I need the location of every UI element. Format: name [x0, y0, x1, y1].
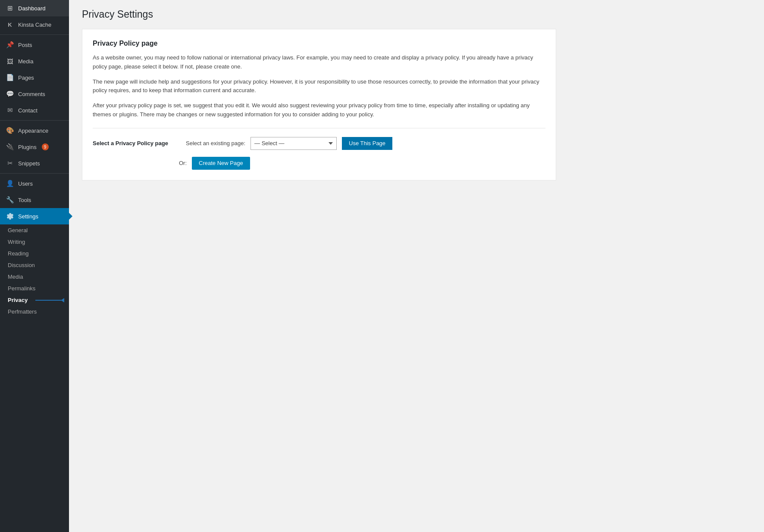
or-text: Or: [179, 160, 187, 166]
sidebar-item-label: Settings [18, 213, 38, 220]
sidebar-item-label: Tools [18, 197, 31, 203]
appearance-icon: 🎨 [6, 127, 14, 134]
settings-icon [6, 212, 14, 220]
description-3: After your privacy policy page is set, w… [93, 101, 545, 119]
sidebar-item-pages[interactable]: 📄 Pages [0, 69, 69, 86]
snippets-icon: ✂ [6, 159, 14, 167]
arrow-head [61, 298, 64, 302]
sidebar-item-media[interactable]: 🖼 Media [0, 53, 69, 69]
sidebar-item-snippets[interactable]: ✂ Snippets [0, 155, 69, 171]
use-page-button[interactable]: Use This Page [342, 137, 392, 150]
sidebar-item-users[interactable]: 👤 Users [0, 175, 69, 192]
submenu-reading[interactable]: Reading [0, 248, 69, 259]
submenu-general[interactable]: General [0, 224, 69, 236]
existing-page-label: Select an existing page: [186, 140, 245, 146]
submenu-privacy[interactable]: Privacy [0, 294, 34, 306]
or-row: Or: Create New Page [93, 157, 545, 170]
create-new-page-button[interactable]: Create New Page [192, 157, 250, 170]
sidebar-item-kinsta-cache[interactable]: K Kinsta Cache [0, 16, 69, 33]
contact-icon: ✉ [6, 106, 14, 114]
existing-page-row: Select a Privacy Policy page Select an e… [93, 137, 545, 150]
page-title: Privacy Settings [82, 9, 751, 20]
privacy-arrow-container [35, 298, 64, 302]
sidebar-item-plugins[interactable]: 🔌 Plugins 9 [0, 139, 69, 155]
content-card: Privacy Policy page As a website owner, … [82, 29, 556, 180]
divider [93, 128, 545, 128]
sidebar-item-label: Appearance [18, 128, 48, 134]
sidebar-item-label: Contact [18, 107, 38, 114]
media-icon: 🖼 [6, 57, 14, 65]
plugins-icon: 🔌 [6, 143, 14, 151]
submenu-discussion[interactable]: Discussion [0, 259, 69, 271]
page-select[interactable]: — Select — [250, 137, 337, 150]
comments-icon: 💬 [6, 90, 14, 98]
description-1: As a website owner, you may need to foll… [93, 53, 545, 72]
sidebar-item-settings[interactable]: Settings [0, 208, 69, 224]
submenu-writing[interactable]: Writing [0, 236, 69, 248]
sidebar-item-contact[interactable]: ✉ Contact [0, 102, 69, 118]
tools-icon: 🔧 [6, 196, 14, 204]
sidebar-item-label: Posts [18, 42, 32, 48]
kinsta-icon: K [6, 21, 14, 28]
divider [0, 34, 69, 35]
sidebar-item-label: Plugins [18, 144, 37, 150]
sidebar-item-posts[interactable]: 📌 Posts [0, 37, 69, 53]
sidebar-item-label: Pages [18, 75, 34, 81]
pages-icon: 📄 [6, 74, 14, 81]
section-title: Privacy Policy page [93, 40, 545, 47]
sidebar-item-tools[interactable]: 🔧 Tools [0, 192, 69, 208]
sidebar: ⊞ Dashboard K Kinsta Cache 📌 Posts 🖼 Med… [0, 0, 69, 532]
sidebar-item-label: Snippets [18, 160, 40, 167]
divider [0, 120, 69, 121]
sidebar-item-label: Dashboard [18, 5, 46, 12]
active-arrow [69, 213, 72, 220]
submenu-privacy-row: Privacy [0, 294, 69, 306]
submenu-media[interactable]: Media [0, 271, 69, 283]
description-2: The new page will include help and sugge… [93, 78, 545, 96]
dashboard-icon: ⊞ [6, 4, 14, 12]
posts-icon: 📌 [6, 41, 14, 49]
submenu-permalinks[interactable]: Permalinks [0, 283, 69, 294]
form-label: Select a Privacy Policy page [93, 140, 179, 146]
sidebar-item-label: Comments [18, 91, 45, 97]
plugins-badge: 9 [42, 143, 49, 150]
sidebar-item-label: Kinsta Cache [18, 22, 51, 28]
existing-page-controls: Select an existing page: — Select — Use … [186, 137, 392, 150]
divider [0, 173, 69, 174]
arrow-line [35, 300, 61, 301]
sidebar-item-appearance[interactable]: 🎨 Appearance [0, 122, 69, 139]
users-icon: 👤 [6, 180, 14, 187]
sidebar-item-label: Users [18, 180, 33, 187]
submenu-perfmatters[interactable]: Perfmatters [0, 306, 69, 317]
sidebar-item-comments[interactable]: 💬 Comments [0, 86, 69, 102]
privacy-form: Select a Privacy Policy page Select an e… [93, 137, 545, 170]
main-content: Privacy Settings Privacy Policy page As … [69, 0, 764, 532]
sidebar-item-dashboard[interactable]: ⊞ Dashboard [0, 0, 69, 16]
sidebar-item-label: Media [18, 58, 33, 65]
